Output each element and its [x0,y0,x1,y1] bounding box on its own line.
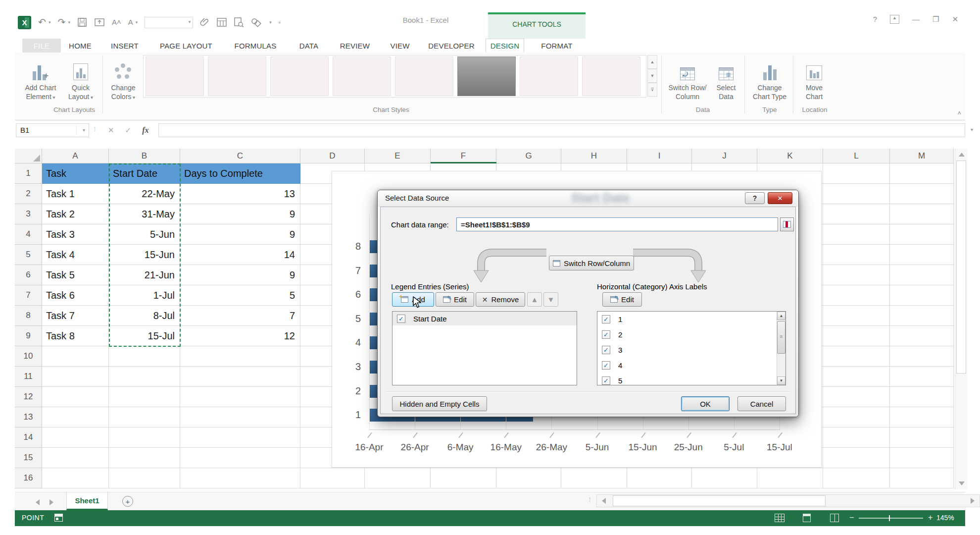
row-header-1[interactable]: 1 [15,163,42,184]
zoom-percentage[interactable]: 145% [936,514,954,522]
row-header-3[interactable]: 3 [15,204,42,224]
tab-format[interactable]: FORMAT [536,39,578,53]
tab-file[interactable]: FILE [22,39,61,53]
scroll-right-icon[interactable] [967,495,979,507]
grid-cell[interactable]: Task 1 [42,184,109,204]
grid-cell[interactable]: Start Date [109,163,180,184]
column-header-G[interactable]: G [496,149,561,163]
grid-cell[interactable] [890,306,954,326]
scroll-thumb[interactable] [777,321,785,354]
axis-list-item[interactable]: ✓4 [597,358,777,373]
grid-cell[interactable] [890,428,954,448]
grid-cell[interactable] [890,285,954,306]
row-header-14[interactable]: 14 [15,428,42,448]
grid-cell[interactable]: Task 7 [42,306,109,326]
zoom-slider-handle[interactable] [889,515,890,521]
page-break-view-icon[interactable] [830,514,839,522]
column-header-F[interactable]: F [431,149,496,163]
grid-cell[interactable] [890,245,954,265]
grid-cell[interactable] [692,468,757,488]
horizontal-scroll-thumb[interactable] [613,495,826,506]
increase-font-icon[interactable]: A˄ [112,17,121,28]
grid-cell[interactable] [42,346,109,367]
grid-cell[interactable]: 15-Jul [109,326,180,346]
tab-home[interactable]: HOME [62,39,98,53]
axis-list-scrollbar[interactable]: ▲ ▼ [777,312,785,385]
grid-cell[interactable] [823,448,890,468]
grid-cell[interactable] [109,448,180,468]
dialog-close-button[interactable]: ✕ [768,192,792,204]
prev-sheet-icon[interactable] [36,499,40,505]
row-header-2[interactable]: 2 [15,184,42,204]
scroll-up-icon[interactable]: ▲ [777,312,785,320]
grid-cell[interactable] [890,468,954,488]
chart-style-thumbnail[interactable] [333,56,391,96]
grid-cell[interactable] [823,245,890,265]
cancel-entry-icon[interactable]: ✕ [108,126,114,135]
font-color-icon[interactable]: A [128,17,133,28]
row-header-16[interactable]: 16 [15,468,42,488]
grid-cell[interactable]: 7 [180,306,300,326]
page-layout-view-icon[interactable] [803,514,811,522]
row-header-6[interactable]: 6 [15,265,42,285]
grid-cell[interactable] [42,407,109,428]
name-box[interactable]: B1 [16,123,89,137]
move-chart-button[interactable]: Move Chart [797,55,832,114]
sheet-tab-sheet1[interactable]: Sheet1 [66,492,108,510]
grid-cell[interactable] [823,163,890,184]
scroll-up-icon[interactable] [959,153,965,157]
undo-dropdown-icon[interactable]: ▾ [49,20,51,25]
axis-list-item[interactable]: ✓5 [597,373,777,385]
collapse-ribbon-icon[interactable]: ˄ [957,109,961,117]
grid-cell[interactable] [42,448,109,468]
column-header-L[interactable]: L [823,149,890,163]
grid-cell[interactable] [365,468,431,488]
grid-cell[interactable] [757,468,823,488]
tab-formulas[interactable]: FORMULAS [230,39,281,53]
grid-cell[interactable]: Days to Complete [180,163,300,184]
row-header-13[interactable]: 13 [15,407,42,428]
grid-cell[interactable]: 22-May [109,184,180,204]
print-preview-icon[interactable] [234,17,244,27]
tab-view[interactable]: VIEW [385,39,415,53]
tab-design[interactable]: DESIGN [486,39,524,53]
grid-cell[interactable] [431,468,496,488]
customize-qat-icon[interactable]: ▾ [269,20,272,25]
chart-style-thumbnail[interactable] [457,56,516,96]
grid-cell[interactable]: 12 [180,326,300,346]
vertical-scrollbar[interactable] [955,149,967,489]
grid-cell[interactable] [109,428,180,448]
grid-cell[interactable] [823,204,890,224]
dialog-help-button[interactable]: ? [745,192,765,204]
grid-cell[interactable] [180,387,300,407]
quick-layout-button[interactable]: Quick Layout [62,55,99,114]
tab-data[interactable]: DATA [293,39,325,53]
grid-cell[interactable] [42,468,109,488]
grid-cell[interactable] [823,224,890,245]
grid-cell[interactable] [823,367,890,387]
grid-cell[interactable] [823,184,890,204]
formula-input[interactable] [158,123,965,137]
grid-cell[interactable] [890,448,954,468]
grid-cell[interactable] [561,468,627,488]
grid-cell[interactable] [180,367,300,387]
scrollbar-splitter[interactable]: ⁞ [589,496,591,503]
grid-cell[interactable]: 13 [180,184,300,204]
grid-cell[interactable] [180,468,300,488]
insert-function-icon[interactable]: fx [142,126,148,135]
grid-cell[interactable]: Task 3 [42,224,109,245]
hidden-empty-cells-button[interactable]: Hidden and Empty Cells [392,396,487,411]
row-header-7[interactable]: 7 [15,285,42,306]
axis-checkbox[interactable]: ✓ [602,346,610,354]
grid-cell[interactable] [890,367,954,387]
normal-view-icon[interactable] [775,514,784,522]
change-chart-type-button[interactable]: Change Chart Type [748,55,791,114]
column-header-K[interactable]: K [757,149,823,163]
grid-cell[interactable] [627,468,692,488]
column-header-E[interactable]: E [365,149,431,163]
ribbon-display-options-icon[interactable]: ▲ [890,15,899,24]
row-header-10[interactable]: 10 [15,346,42,367]
grid-cell[interactable]: Task 8 [42,326,109,346]
gallery-up-icon[interactable]: ▲ [647,55,657,69]
axis-list-item[interactable]: ✓1 [597,312,777,327]
